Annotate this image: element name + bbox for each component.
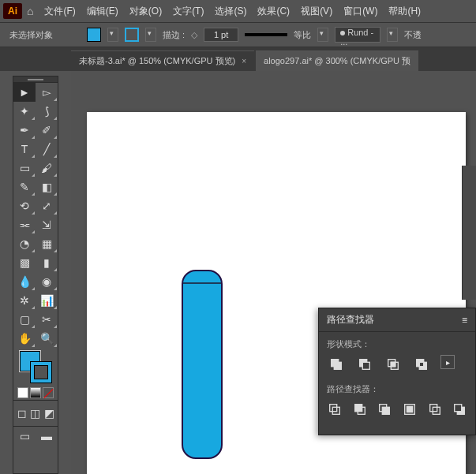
svg-rect-6 [391,362,395,366]
curvature-tool[interactable]: ✐ [36,121,58,140]
uniform-dropdown[interactable] [317,28,328,42]
svg-rect-12 [354,405,362,412]
screen-mode-normal[interactable]: ▭ [13,427,36,446]
panel-menu-icon[interactable]: ≡ [462,315,467,326]
selection-tool[interactable]: ► [13,83,36,102]
menu-type[interactable]: 文字(T) [173,5,204,18]
stroke-swatch[interactable] [125,28,139,42]
svg-rect-19 [433,407,440,414]
toolbox-grip[interactable] [13,77,58,83]
menu-help[interactable]: 帮助(H) [388,5,421,18]
tab-doc-2[interactable]: alogo297.ai* @ 300% (CMYK/GPU 预 [256,50,418,71]
canvas[interactable]: 路径查找器 ≡ 形状模式： ▸ 路径查找器： [71,71,476,474]
symbol-sprayer-tool[interactable]: ✲ [13,291,36,310]
line-tool[interactable]: ╱ [36,140,58,159]
blend-tool[interactable]: ◉ [36,272,58,291]
stroke-color[interactable] [31,362,51,383]
menu-edit[interactable]: 编辑(E) [87,5,118,18]
merge-icon[interactable] [377,400,392,419]
none-mode-icon[interactable] [43,387,54,398]
menu-file[interactable]: 文件(F) [44,5,75,18]
cap-dropdown[interactable] [387,28,398,42]
document-tabs: 未标题-3.ai* @ 150% (CMYK/GPU 预览)× alogo297… [0,47,476,71]
svg-rect-10 [330,405,337,412]
color-mode-icon[interactable] [17,387,28,398]
draw-inside-icon[interactable]: ◩ [43,404,56,423]
collapsed-panel-dock[interactable] [462,166,476,300]
svg-rect-18 [429,405,437,412]
shape-builder-tool[interactable]: ◔ [13,234,36,253]
menu-select[interactable]: 选择(S) [215,5,246,18]
divide-icon[interactable] [327,400,343,419]
menu-object[interactable]: 对象(O) [129,5,162,18]
rotate-tool[interactable]: ⟲ [13,196,36,215]
title-bar: Ai ⌂ 文件(F) 编辑(E) 对象(O) 文字(T) 选择(S) 效果(C)… [0,0,476,22]
fill-dropdown[interactable] [107,28,118,42]
column-graph-tool[interactable]: 📊 [36,291,58,310]
svg-rect-17 [407,406,412,412]
type-tool[interactable]: T [13,140,36,159]
zoom-tool[interactable]: 🔍 [36,329,58,348]
menu-view[interactable]: 视图(V) [301,5,332,18]
fill-stroke-control[interactable] [13,348,58,386]
free-transform-tool[interactable]: ⇲ [36,215,58,234]
slice-tool[interactable]: ✂ [36,310,58,329]
draw-normal-icon[interactable]: ◻ [15,404,28,423]
unite-icon[interactable] [327,355,346,374]
svg-rect-9 [419,362,423,366]
menu-effect[interactable]: 效果(C) [257,5,290,18]
pathfinder-panel: 路径查找器 ≡ 形状模式： ▸ 路径查找器： [318,308,476,435]
selection-label: 未选择对象 [9,29,81,41]
close-icon[interactable]: × [242,57,246,65]
outline-icon[interactable] [427,400,443,419]
gradient-mode-icon[interactable] [30,387,41,398]
stroke-weight-input[interactable] [204,28,238,42]
minus-front-icon[interactable] [355,355,374,374]
rectangle-tool[interactable]: ▭ [13,159,36,177]
uniform-label[interactable]: 等比 [294,29,311,41]
cap-select[interactable]: Rund - ... [335,27,380,43]
gradient-tool[interactable]: ▮ [36,253,58,272]
intersect-icon[interactable] [384,355,403,374]
paintbrush-tool[interactable]: 🖌 [36,159,58,177]
opacity-label[interactable]: 不透 [404,29,422,41]
stroke-label: 描边 : [163,29,185,41]
magic-wand-tool[interactable]: ✦ [13,102,36,121]
shaper-tool[interactable]: ✎ [13,177,36,196]
trim-icon[interactable] [352,400,368,419]
scale-tool[interactable]: ⤢ [36,196,58,215]
tab-doc-1[interactable]: 未标题-3.ai* @ 150% (CMYK/GPU 预览)× [71,50,254,71]
perspective-grid-tool[interactable]: ▦ [36,234,58,253]
menu-bar: 文件(F) 编辑(E) 对象(O) 文字(T) 选择(S) 效果(C) 视图(V… [44,5,421,18]
stroke-preview[interactable] [245,33,287,36]
tool-zone: ►▻ ✦⟆ ✒✐ T╱ ▭🖌 ✎◧ ⟲⤢ ⫘⇲ ◔▦ ▩▮ 💧◉ ✲📊 ▢✂ ✋… [0,71,71,474]
screen-mode-full[interactable]: ▬ [36,427,58,446]
expand-button[interactable]: ▸ [440,355,455,369]
width-tool[interactable]: ⫘ [13,215,36,234]
mesh-tool[interactable]: ▩ [13,253,36,272]
hand-tool[interactable]: ✋ [13,329,36,348]
shape-modes-label: 形状模式： [327,338,467,350]
svg-rect-15 [382,407,389,414]
crop-icon[interactable] [402,400,418,419]
exclude-icon[interactable] [412,355,431,374]
lasso-tool[interactable]: ⟆ [36,102,58,121]
main-area: ►▻ ✦⟆ ✒✐ T╱ ▭🖌 ✎◧ ⟲⤢ ⫘⇲ ◔▦ ▩▮ 💧◉ ✲📊 ▢✂ ✋… [0,71,476,474]
eyedropper-tool[interactable]: 💧 [13,272,36,291]
panel-title-label: 路径查找器 [327,313,374,327]
svg-rect-11 [332,407,339,414]
draw-behind-icon[interactable]: ◫ [28,404,42,423]
shape-rounded-rect[interactable] [182,270,223,459]
direct-selection-tool[interactable]: ▻ [36,83,58,102]
eraser-tool[interactable]: ◧ [36,177,58,196]
toolbox: ►▻ ✦⟆ ✒✐ T╱ ▭🖌 ✎◧ ⟲⤢ ⫘⇲ ◔▦ ▩▮ 💧◉ ✲📊 ▢✂ ✋… [13,76,58,474]
artboard-tool[interactable]: ▢ [13,310,36,329]
pen-tool[interactable]: ✒ [13,121,36,140]
fill-swatch[interactable] [87,28,101,42]
home-icon[interactable]: ⌂ [27,5,33,17]
svg-rect-1 [334,362,341,369]
menu-window[interactable]: 窗口(W) [343,5,377,18]
minus-back-icon[interactable] [452,400,467,419]
stroke-dropdown[interactable] [145,28,156,42]
app-logo: Ai [3,3,22,19]
